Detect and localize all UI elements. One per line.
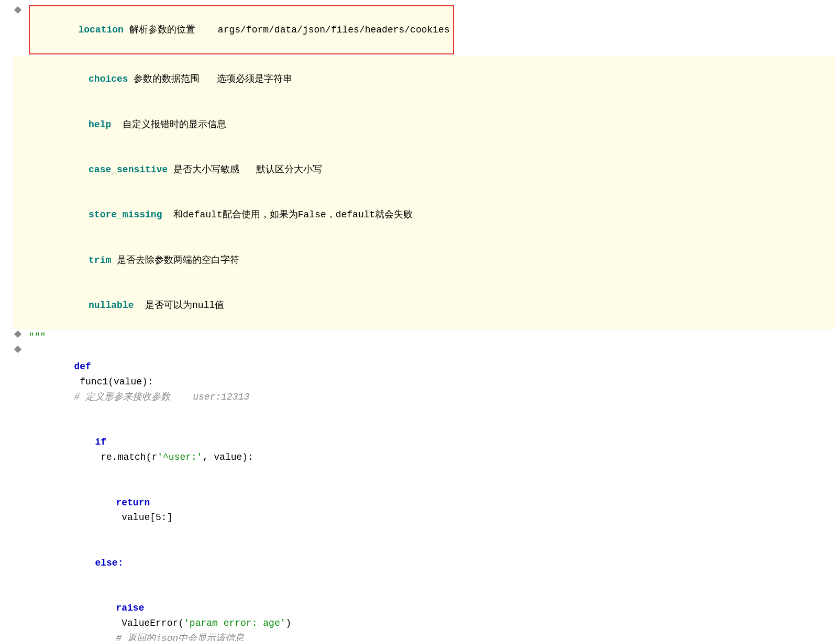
choices-line: choices 参数的数据范围 选项必须是字符串	[32, 57, 292, 102]
raise-keyword: raise	[116, 603, 144, 613]
raise-comment: # 返回的json中会显示该信息	[116, 633, 244, 641]
line-trim: trim 是否去除参数两端的空白字符	[16, 238, 832, 283]
store-missing-kw: store_missing	[89, 209, 162, 220]
if-rematch-line: if re.match(r'^user:', value):	[50, 420, 253, 480]
line-triple-quote: """	[13, 329, 835, 345]
line-func1-def: def func1(value): # 定义形参来接收参数 user:12313	[13, 345, 835, 420]
triple-quote: """	[29, 329, 46, 345]
location-keyword: location	[78, 25, 123, 35]
line-if-rematch: if re.match(r'^user:', value):	[34, 420, 835, 480]
trim-line: trim 是否去除参数两端的空白字符	[32, 238, 239, 283]
location-line: location 解析参数的位置 args/form/data/json/fil…	[29, 5, 454, 54]
code-editor: location 解析参数的位置 args/form/data/json/fil…	[0, 0, 840, 641]
if-keyword: if	[95, 437, 106, 447]
line-store-missing: store_missing 和default配合使用，如果为False，defa…	[16, 193, 832, 238]
fold-icon-location[interactable]	[13, 5, 23, 15]
line-location: location 解析参数的位置 args/form/data/json/fil…	[13, 5, 835, 56]
line-else: else:	[34, 540, 835, 585]
fold-icon-func1[interactable]	[13, 345, 23, 354]
case-sensitive-kw: case_sensitive	[89, 164, 168, 175]
return-keyword: return	[116, 498, 150, 508]
trim-kw: trim	[89, 255, 111, 266]
help-line: help 自定义报错时的显示信息	[32, 102, 226, 147]
raise-line: raise ValueError('param error: age') # 返…	[71, 585, 303, 641]
nullable-line: nullable 是否可以为null值	[32, 283, 224, 328]
nullable-kw: nullable	[89, 300, 134, 311]
line-help: help 自定义报错时的显示信息	[16, 102, 832, 147]
line-return: return value[5:]	[55, 480, 835, 540]
def-keyword-func1: def	[74, 361, 91, 372]
func1-comment: # 定义形参来接收参数 user:12313	[74, 392, 249, 402]
code-content: location 解析参数的位置 args/form/data/json/fil…	[0, 0, 840, 641]
line-choices: choices 参数的数据范围 选项必须是字符串	[16, 57, 832, 102]
choices-kw: choices	[89, 74, 128, 84]
line-raise: raise ValueError('param error: age') # 返…	[55, 585, 835, 641]
func1-def-line: def func1(value): # 定义形参来接收参数 user:12313	[29, 345, 249, 420]
line-case-sensitive: case_sensitive 是否大小写敏感 默认区分大小写	[16, 147, 832, 192]
case-sensitive-line: case_sensitive 是否大小写敏感 默认区分大小写	[32, 147, 322, 192]
return-line: return value[5:]	[71, 480, 172, 540]
else-keyword: else:	[95, 558, 123, 568]
comment-block: choices 参数的数据范围 选项必须是字符串 help 自定义报错时的显示信…	[13, 56, 835, 329]
line-nullable: nullable 是否可以为null值	[16, 283, 832, 328]
fold-icon-triple[interactable]	[13, 329, 23, 339]
help-kw: help	[89, 119, 111, 130]
else-line: else:	[50, 540, 123, 585]
store-missing-line: store_missing 和default配合使用，如果为False，defa…	[32, 193, 413, 238]
